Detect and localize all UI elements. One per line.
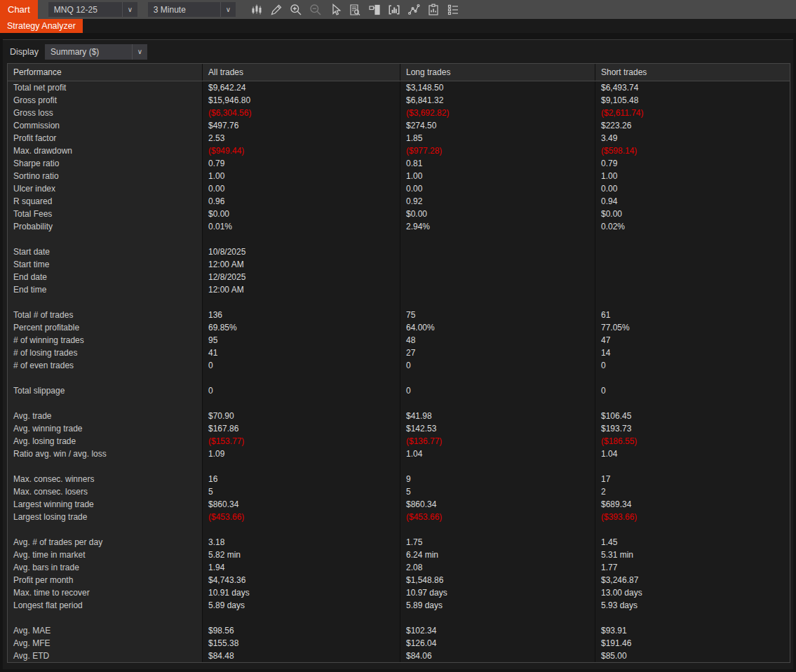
table-row[interactable]: # of even trades 0 0 0 xyxy=(8,359,790,372)
display-row: Display Summary ($) ∨ xyxy=(3,40,793,63)
short-trades-value xyxy=(595,397,790,410)
table-row[interactable]: Probability 0.01% 2.94% 0.02% xyxy=(8,220,790,233)
short-trades-value: 0.79 xyxy=(595,157,790,170)
table-row[interactable]: Largest winning trade $860.34 $860.34 $6… xyxy=(8,498,790,511)
table-row[interactable] xyxy=(8,460,790,473)
table-row[interactable]: Profit factor 2.53 1.85 3.49 xyxy=(8,132,790,145)
long-trades-value xyxy=(400,246,595,258)
row-label: Ratio avg. win / avg. loss xyxy=(8,448,203,460)
all-trades-value: 0 xyxy=(203,384,400,397)
table-row[interactable]: Percent profitable 69.85% 64.00% 77.05% xyxy=(8,321,790,334)
row-label: Gross profit xyxy=(8,94,203,107)
table-row[interactable]: Avg. winning trade $167.86 $142.53 $193.… xyxy=(8,422,790,435)
table-row[interactable]: # of winning trades 95 48 47 xyxy=(8,334,790,347)
table-row[interactable]: Total Fees $0.00 $0.00 $0.00 xyxy=(8,208,790,220)
table-row[interactable]: Ulcer index 0.00 0.00 0.00 xyxy=(8,182,790,195)
all-trades-value: $497.76 xyxy=(203,119,400,132)
table-row[interactable]: Largest losing trade ($453.66) ($453.66)… xyxy=(8,511,790,523)
table-row[interactable]: Gross loss ($6,304.56) ($3,692.82) ($2,6… xyxy=(8,107,790,119)
row-label: Avg. trade xyxy=(8,410,203,422)
all-trades-value: 12/8/2025 xyxy=(203,271,400,283)
panel-icon[interactable] xyxy=(365,1,384,18)
row-label: # of even trades xyxy=(8,359,203,372)
indicators-icon[interactable] xyxy=(384,1,404,18)
short-trades-value: $93.91 xyxy=(595,624,790,637)
table-row[interactable]: Avg. # of trades per day 3.18 1.75 1.45 xyxy=(8,536,790,549)
table-row[interactable]: Total # of trades 136 75 61 xyxy=(8,309,790,321)
table-row[interactable]: Sharpe ratio 0.79 0.81 0.79 xyxy=(8,157,790,170)
row-label: Total net profit xyxy=(8,81,203,94)
short-trades-value: ($186.55) xyxy=(595,435,790,448)
table-row[interactable] xyxy=(8,233,790,246)
long-trades-value: 10.97 days xyxy=(400,586,595,599)
chart-style-icon[interactable] xyxy=(247,1,267,18)
table-row[interactable]: Avg. MAE $98.56 $102.34 $93.91 xyxy=(8,624,790,637)
table-row[interactable]: End date 12/8/2025 xyxy=(8,271,790,283)
cursor-icon[interactable] xyxy=(325,1,345,18)
long-trades-value: $142.53 xyxy=(400,422,595,435)
row-label: Avg. MFE xyxy=(8,637,203,650)
table-row[interactable]: Profit per month $4,743.36 $1,548.86 $3,… xyxy=(8,574,790,586)
table-row[interactable]: Avg. ETD $84.48 $84.06 $85.00 xyxy=(8,650,790,662)
table-row[interactable]: Gross profit $15,946.80 $6,841.32 $9,105… xyxy=(8,94,790,107)
table-row[interactable]: Max. consec. losers 5 5 2 xyxy=(8,485,790,498)
all-trades-value: $84.48 xyxy=(203,650,400,662)
column-header-short-trades[interactable]: Short trades xyxy=(595,64,790,81)
data-box-icon[interactable] xyxy=(345,1,365,18)
all-trades-value: $9,642.24 xyxy=(203,81,400,94)
table-row[interactable]: R squared 0.96 0.92 0.94 xyxy=(8,195,790,208)
all-trades-value: 12:00 AM xyxy=(203,283,400,296)
short-trades-value xyxy=(595,271,790,283)
short-trades-value: $6,493.74 xyxy=(595,81,790,94)
table-row[interactable]: End time 12:00 AM xyxy=(8,283,790,296)
table-row[interactable] xyxy=(8,397,790,410)
column-header-long-trades[interactable]: Long trades xyxy=(400,64,595,81)
column-header-performance[interactable]: Performance xyxy=(8,64,203,81)
short-trades-value: 0 xyxy=(595,384,790,397)
table-row[interactable]: Start time 12:00 AM xyxy=(8,258,790,271)
short-trades-value: ($2,611.74) xyxy=(595,107,790,119)
long-trades-value: $84.06 xyxy=(400,650,595,662)
zoom-in-icon[interactable] xyxy=(286,1,306,18)
all-trades-value: ($453.66) xyxy=(203,511,400,523)
short-trades-value: $3,246.87 xyxy=(595,574,790,586)
table-row[interactable]: Avg. bars in trade 1.94 2.08 1.77 xyxy=(8,561,790,574)
table-row[interactable] xyxy=(8,612,790,624)
drawing-tools-icon[interactable] xyxy=(404,1,424,18)
long-trades-value xyxy=(400,296,595,309)
table-row[interactable]: Avg. time in market 5.82 min 6.24 min 5.… xyxy=(8,549,790,561)
row-label: Commission xyxy=(8,119,203,132)
display-selector[interactable]: Summary ($) ∨ xyxy=(45,44,147,60)
draw-pencil-icon[interactable] xyxy=(267,1,286,18)
table-row[interactable]: Sortino ratio 1.00 1.00 1.00 xyxy=(8,170,790,182)
table-row[interactable]: Start date 10/8/2025 xyxy=(8,246,790,258)
short-trades-value: 3.49 xyxy=(595,132,790,145)
instrument-selector[interactable]: MNQ 12-25 ∨ xyxy=(48,2,137,17)
table-row[interactable]: Max. time to recover 10.91 days 10.97 da… xyxy=(8,586,790,599)
table-row[interactable]: Commission $497.76 $274.50 $223.26 xyxy=(8,119,790,132)
interval-selector[interactable]: 3 Minute ∨ xyxy=(148,2,236,17)
tab-strategy-analyzer[interactable]: Strategy Analyzer xyxy=(0,19,83,33)
table-row[interactable]: Avg. MFE $155.38 $126.04 $191.46 xyxy=(8,637,790,650)
table-row[interactable]: Ratio avg. win / avg. loss 1.09 1.04 1.0… xyxy=(8,448,790,460)
strategy-analyzer-icon[interactable] xyxy=(424,1,443,18)
table-row[interactable]: Total net profit $9,642.24 $3,148.50 $6,… xyxy=(8,81,790,94)
table-row[interactable] xyxy=(8,523,790,536)
table-row[interactable]: Avg. trade $70.90 $41.98 $106.45 xyxy=(8,410,790,422)
properties-list-icon[interactable] xyxy=(443,1,463,18)
table-row[interactable]: # of losing trades 41 27 14 xyxy=(8,347,790,359)
table-row[interactable]: Total slippage 0 0 0 xyxy=(8,384,790,397)
all-trades-value: 69.85% xyxy=(203,321,400,334)
row-label: Percent profitable xyxy=(8,321,203,334)
table-row[interactable]: Max. drawdown ($949.44) ($977.28) ($598.… xyxy=(8,145,790,157)
table-row[interactable]: Longest flat period 5.89 days 5.89 days … xyxy=(8,599,790,612)
chevron-down-icon: ∨ xyxy=(132,44,147,60)
tab-chart[interactable]: Chart xyxy=(0,0,38,19)
table-row[interactable] xyxy=(8,372,790,384)
table-row[interactable]: Max. consec. winners 16 9 17 xyxy=(8,473,790,485)
column-header-all-trades[interactable]: All trades xyxy=(203,64,400,81)
long-trades-value: $1,548.86 xyxy=(400,574,595,586)
long-trades-value: 0.92 xyxy=(400,195,595,208)
table-row[interactable]: Avg. losing trade ($153.77) ($136.77) ($… xyxy=(8,435,790,448)
table-row[interactable] xyxy=(8,296,790,309)
